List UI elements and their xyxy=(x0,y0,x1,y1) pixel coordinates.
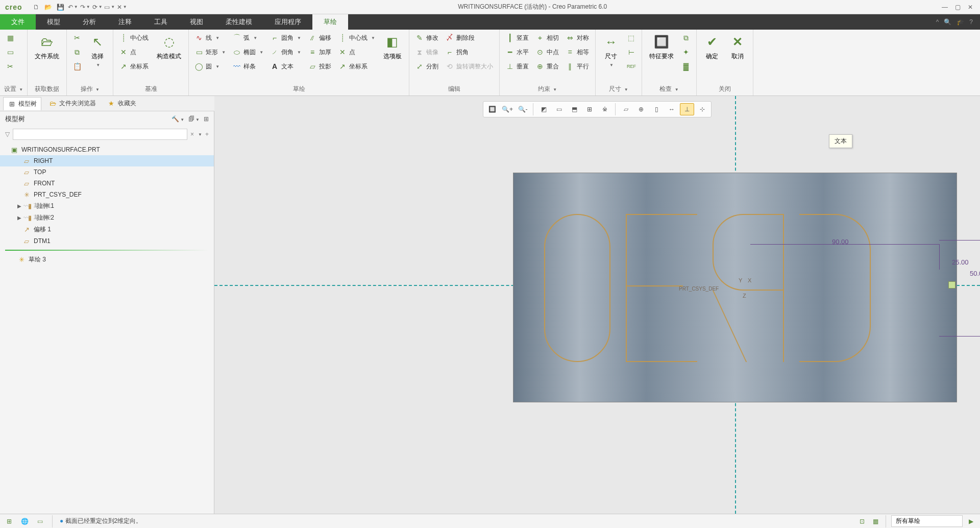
open-icon[interactable]: 📂 xyxy=(44,3,53,12)
display-style-icon[interactable]: ▭ xyxy=(552,103,566,115)
tree-row[interactable]: ✳PRT_CSYS_DEF xyxy=(0,189,214,200)
dim-perim-button[interactable]: ⬚ xyxy=(625,32,638,44)
mid-button[interactable]: ⊙中点 xyxy=(534,46,561,58)
maximize-icon[interactable]: ▢ xyxy=(955,4,961,11)
point2-button[interactable]: ✕点 xyxy=(336,46,377,58)
navtab-folder[interactable]: 🗁文件夹浏览器 xyxy=(44,97,100,110)
symm-button[interactable]: ⇔对称 xyxy=(564,32,591,44)
dim-ref-button[interactable]: REF xyxy=(625,60,638,73)
close-icon[interactable]: ✕ xyxy=(968,4,973,11)
tab-annotate[interactable]: 注释 xyxy=(107,14,143,30)
search-cmd-icon[interactable]: 🔍 xyxy=(944,18,951,26)
tab-file[interactable]: 文件 xyxy=(0,14,36,30)
offset-button[interactable]: ⫽偏移 xyxy=(306,32,333,44)
filter-clear-icon[interactable]: × xyxy=(190,131,194,138)
rotresize-button[interactable]: ⟲旋转调整大小 xyxy=(444,60,495,73)
sketch-view-icon[interactable]: ▯ xyxy=(649,103,664,115)
cancel-button[interactable]: ✕ 取消 xyxy=(726,32,749,63)
navtab-modeltree[interactable]: ⊞模型树 xyxy=(3,97,41,110)
windows-icon[interactable]: ▭▼ xyxy=(105,3,114,12)
filesys-button[interactable]: 🗁 文件系统 xyxy=(32,32,62,63)
vertical-button[interactable]: ┃竖直 xyxy=(504,32,531,44)
close-doc-icon[interactable]: ✕▼ xyxy=(117,3,127,12)
setup-grid-button[interactable]: ▦ xyxy=(4,32,16,44)
setup-cut-button[interactable]: ✂ xyxy=(4,60,16,73)
tree-tool-1[interactable]: 🔨▼ xyxy=(172,115,184,123)
overlap-button[interactable]: ⧉ xyxy=(680,32,692,44)
filter-dd-icon[interactable]: ▼ xyxy=(198,132,202,137)
tab-model[interactable]: 模型 xyxy=(36,14,71,30)
tree-row[interactable]: ▱DTM1 xyxy=(0,235,214,247)
csys2-button[interactable]: ↗坐标系 xyxy=(336,60,377,73)
copy-button[interactable]: ⧉ xyxy=(71,46,83,58)
navtab-fav[interactable]: ★收藏夹 xyxy=(103,97,140,110)
centerline2-button[interactable]: ┊中心线▼ xyxy=(336,32,377,44)
zoom-fit-icon[interactable]: 🔲 xyxy=(485,103,499,115)
circle-button[interactable]: ◯圆▼ xyxy=(193,60,228,73)
perp-button[interactable]: ⊥垂直 xyxy=(504,60,531,73)
shade-button[interactable]: ▓ xyxy=(680,60,692,73)
text-button[interactable]: A文本 xyxy=(268,60,303,73)
equal-button[interactable]: =相等 xyxy=(564,46,591,58)
status-geom-icon[interactable]: ⊡ xyxy=(857,516,867,526)
status-filter-select[interactable]: 所有草绘 xyxy=(891,515,963,527)
tree-row[interactable]: ▱RIGHT xyxy=(0,155,214,166)
help-icon[interactable]: ? xyxy=(969,18,973,26)
redo-icon[interactable]: ↷▼ xyxy=(81,3,90,12)
dim-button[interactable]: ↔ 尺寸 ▼ xyxy=(600,32,622,69)
learn-icon[interactable]: 🎓 xyxy=(957,18,964,26)
centerline-button[interactable]: ┊中心线 xyxy=(117,32,151,44)
featreq-button[interactable]: 🔲 特征要求 xyxy=(646,32,677,63)
tree-tool-3[interactable]: ⊞ xyxy=(204,115,209,123)
graphics-canvas[interactable]: 🔲 🔍+ 🔍- ◩ ▭ ⬒ ⊞ ※ ▱ ⊕ ▯ ↔ ⊥ ⊹ 文本 xyxy=(214,96,980,514)
grid-disp-icon[interactable]: ⊹ xyxy=(695,103,709,115)
csys-button[interactable]: ↗坐标系 xyxy=(117,60,151,73)
arc-button[interactable]: ⌒弧▼ xyxy=(231,32,265,44)
dim-25[interactable]: 25.00 xyxy=(952,258,969,266)
coinc-button[interactable]: ⊕重合 xyxy=(534,60,561,73)
save-icon[interactable]: 💾 xyxy=(56,3,65,12)
divide-button[interactable]: ⤢分割 xyxy=(413,60,440,73)
ok-button[interactable]: ✔ 确定 xyxy=(701,32,723,63)
rect-button[interactable]: ▭矩形▼ xyxy=(193,46,228,58)
paste-button[interactable]: 📋 xyxy=(71,60,83,73)
modify-button[interactable]: ✎修改 xyxy=(413,32,440,44)
fillet-button[interactable]: ⌐圆角▼ xyxy=(268,32,303,44)
status-filter-icon[interactable]: ▦ xyxy=(870,516,880,526)
tree-row[interactable]: ▱TOP xyxy=(0,166,214,178)
filter-add-icon[interactable]: + xyxy=(205,131,209,138)
tree-insert-item[interactable]: ✳ 草绘 3 xyxy=(0,254,214,266)
collapse-ribbon-icon[interactable]: ^ xyxy=(936,18,939,26)
ellipse-button[interactable]: ⬭椭圆▼ xyxy=(231,46,265,58)
corner-button[interactable]: ⌐拐角 xyxy=(444,46,495,58)
filter-icon[interactable]: ▽ xyxy=(5,131,10,138)
tree-root[interactable]: ▣ WRITINGONSURFACE.PRT xyxy=(0,144,214,155)
spin-center-icon[interactable]: ⊕ xyxy=(634,103,648,115)
status-tree-icon[interactable]: ⊞ xyxy=(4,516,14,526)
tree-row[interactable]: ▱FRONT xyxy=(0,178,214,189)
construct-button[interactable]: ◌ 构造模式 xyxy=(154,32,184,63)
point-button[interactable]: ✕点 xyxy=(117,46,151,58)
tree-row[interactable]: ↗偏移 1 xyxy=(0,224,214,235)
tree-filter-input[interactable] xyxy=(13,129,187,140)
palette-button[interactable]: ◧ 选项板 xyxy=(380,32,405,63)
spline-button[interactable]: 〰样条 xyxy=(231,60,265,73)
datum-disp-icon[interactable]: ▱ xyxy=(619,103,633,115)
tab-flex[interactable]: 柔性建模 xyxy=(214,14,263,30)
constraints-disp-icon[interactable]: ⊥ xyxy=(680,103,694,115)
horizontal-button[interactable]: ━水平 xyxy=(504,46,531,58)
undo-icon[interactable]: ↶▼ xyxy=(68,3,78,12)
regen-icon[interactable]: ⟳▼ xyxy=(93,3,102,12)
status-layers-icon[interactable]: ▭ xyxy=(35,516,45,526)
zoom-in-icon[interactable]: 🔍+ xyxy=(500,103,514,115)
project-button[interactable]: ▱投影 xyxy=(306,60,333,73)
new-icon[interactable]: 🗋 xyxy=(32,3,41,12)
dim-50[interactable]: 50.00 xyxy=(970,270,980,277)
status-dd-icon[interactable]: ▶ xyxy=(966,516,976,526)
cut-button[interactable]: ✂ xyxy=(71,32,83,44)
parallel-button[interactable]: ∥平行 xyxy=(564,60,591,73)
highlight-button[interactable]: ✦ xyxy=(680,46,692,58)
tab-tools[interactable]: 工具 xyxy=(143,14,179,30)
line-button[interactable]: ∿线▼ xyxy=(193,32,228,44)
tree-row[interactable]: 〰草绘 1 xyxy=(0,200,56,212)
